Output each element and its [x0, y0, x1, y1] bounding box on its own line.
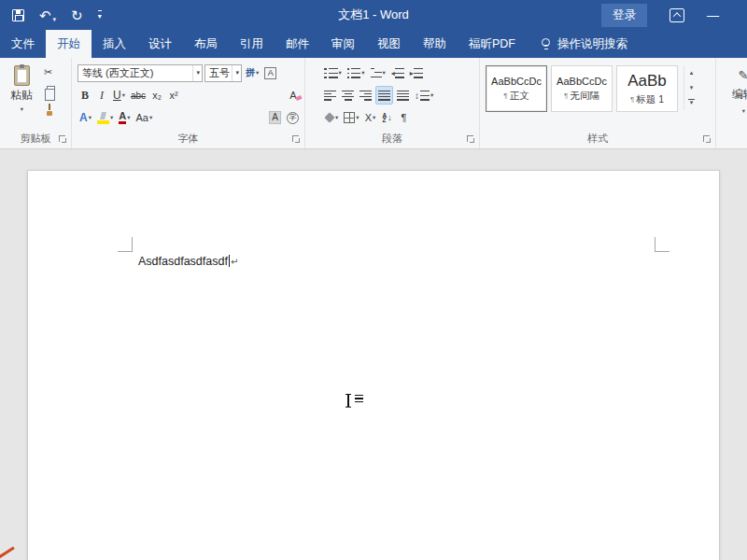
save-button[interactable]	[12, 9, 24, 21]
cut-button[interactable]: ✂	[42, 63, 57, 81]
paragraph-style-icon: ¶	[564, 91, 568, 100]
editing-dropdown-button[interactable]: ✎ 编辑 ▾	[722, 63, 747, 115]
tab-design[interactable]: 设计	[137, 30, 183, 58]
phonetic-guide-button[interactable]: 拼▾	[244, 63, 261, 82]
document-area[interactable]: Asdfasdfasdfasdf↵	[0, 149, 747, 560]
superscript-button[interactable]: x²	[166, 86, 181, 105]
tab-view[interactable]: 视图	[366, 30, 412, 58]
tab-references[interactable]: 引用	[229, 30, 275, 58]
shading-button[interactable]: ▾	[322, 108, 340, 127]
text-highlight-button[interactable]: ▾	[95, 108, 115, 127]
chevron-down-icon: ▾	[339, 69, 342, 77]
format-painter-icon	[44, 104, 54, 116]
chevron-down-icon: ▾	[232, 65, 239, 81]
justify-icon	[378, 91, 390, 101]
italic-button[interactable]: I	[94, 86, 109, 105]
styles-scroll-down-button[interactable]: ▾	[684, 80, 698, 95]
line-spacing-button[interactable]: ↕▾	[413, 86, 435, 105]
titlebar: ↶▾ ↻ ▾ 文档1 - Word 登录 —	[0, 0, 747, 30]
chevron-down-icon: ▾	[127, 114, 130, 121]
paste-button[interactable]: 粘贴 ▾	[6, 63, 37, 113]
strikethrough-button[interactable]: abc	[129, 86, 148, 105]
show-hide-marks-button[interactable]: ¶	[397, 108, 412, 127]
distributed-button[interactable]	[395, 86, 411, 105]
redo-icon: ↻	[71, 8, 83, 22]
align-left-button[interactable]	[322, 86, 338, 105]
redo-button[interactable]: ↻	[71, 8, 83, 22]
subscript-button[interactable]: x₂	[149, 86, 164, 105]
lightbulb-icon	[542, 38, 550, 47]
tab-layout[interactable]: 布局	[183, 30, 229, 58]
clear-formatting-button[interactable]: A	[286, 86, 301, 105]
text-effects-button[interactable]: A▾	[78, 108, 93, 127]
asian-layout-icon: X	[365, 112, 372, 123]
asian-layout-button[interactable]: X▾	[363, 108, 378, 127]
font-color-button[interactable]: A▾	[117, 108, 132, 127]
copy-button[interactable]	[42, 82, 57, 100]
decrease-indent-button[interactable]: ◂	[389, 63, 406, 82]
ribbon-display-options-button[interactable]	[669, 8, 684, 22]
multilevel-list-button[interactable]: ▾	[369, 63, 388, 82]
chevron-down-icon: ▾	[21, 105, 23, 113]
tell-me-search[interactable]: 操作说明搜索	[532, 30, 637, 58]
change-case-icon: Aa	[135, 112, 148, 123]
copy-icon	[47, 86, 55, 96]
style-normal[interactable]: AaBbCcDc ¶正文	[486, 65, 547, 112]
justify-button[interactable]	[375, 86, 393, 105]
styles-group: AaBbCcDc ¶正文 AaBbCcDc ¶无间隔 AaBb ¶标题 1 ▴ …	[480, 58, 716, 148]
bold-button[interactable]: B	[78, 86, 92, 105]
styles-gallery-scroll: ▴ ▾ ▾	[684, 65, 698, 110]
paragraph-dialog-launcher[interactable]	[467, 135, 476, 145]
font-dialog-launcher[interactable]	[292, 135, 302, 145]
align-right-button[interactable]	[358, 86, 374, 105]
document-page[interactable]: Asdfasdfasdfasdf↵	[27, 170, 720, 560]
increase-indent-button[interactable]: ▸	[408, 63, 425, 82]
character-shading-button[interactable]: A	[267, 108, 283, 127]
highlighter-icon	[97, 112, 109, 124]
quick-access-toolbar: ↶▾ ↻ ▾	[0, 8, 102, 22]
tab-home[interactable]: 开始	[46, 30, 92, 58]
underline-button[interactable]: U▾	[111, 86, 127, 105]
bullets-button[interactable]: ▾	[322, 63, 344, 82]
style-no-spacing[interactable]: AaBbCcDc ¶无间隔	[551, 65, 613, 112]
phonetic-guide-icon: 拼	[246, 66, 255, 79]
styles-more-button[interactable]: ▾	[684, 95, 698, 110]
clipboard-dialog-launcher[interactable]	[59, 135, 68, 145]
sort-button[interactable]: AZ↓	[380, 108, 395, 127]
borders-button[interactable]: ▾	[342, 108, 360, 127]
tab-mailings[interactable]: 邮件	[275, 30, 320, 58]
enclose-characters-button[interactable]: 字	[285, 108, 301, 127]
format-painter-button[interactable]	[42, 101, 57, 119]
tab-help[interactable]: 帮助	[412, 30, 458, 58]
style-preview: AaBb	[627, 72, 667, 91]
editing-group-label: 编辑	[732, 87, 747, 103]
align-center-button[interactable]	[340, 86, 356, 105]
minimize-button[interactable]: —	[707, 9, 719, 21]
tab-insert[interactable]: 插入	[92, 30, 137, 58]
customize-qat-button[interactable]: ▾	[98, 10, 102, 21]
styles-dialog-launcher[interactable]	[703, 135, 712, 145]
bold-icon: B	[81, 89, 89, 103]
distributed-icon	[397, 91, 409, 101]
document-text-line[interactable]: Asdfasdfasdfasdf↵	[138, 255, 238, 269]
tab-file[interactable]: 文件	[0, 30, 46, 58]
numbering-button[interactable]: ▾	[345, 63, 367, 82]
styles-scroll-up-button[interactable]: ▴	[684, 65, 698, 80]
font-size-value: 五号	[209, 66, 230, 80]
align-indicator-icon	[355, 395, 363, 403]
character-border-button[interactable]: A	[262, 63, 278, 82]
text-effects-icon: A	[79, 111, 88, 124]
style-heading-1[interactable]: AaBb ¶标题 1	[616, 65, 678, 112]
font-size-select[interactable]: 五号 ▾	[204, 64, 242, 82]
undo-button[interactable]: ↶▾	[39, 8, 56, 22]
chevron-down-icon: ▾	[98, 10, 102, 21]
tab-foxit-pdf[interactable]: 福昕PDF	[458, 30, 527, 58]
change-case-button[interactable]: Aa▾	[134, 108, 154, 127]
paragraph-mark-icon: ↵	[231, 257, 238, 267]
paragraph-group-label: 段落	[305, 132, 479, 146]
chevron-down-icon[interactable]: ▾	[53, 16, 57, 22]
style-name: ¶正文	[503, 90, 529, 103]
signin-button[interactable]: 登录	[601, 4, 647, 27]
tab-review[interactable]: 审阅	[320, 30, 366, 58]
font-name-select[interactable]: 等线 (西文正文) ▾	[78, 64, 203, 82]
